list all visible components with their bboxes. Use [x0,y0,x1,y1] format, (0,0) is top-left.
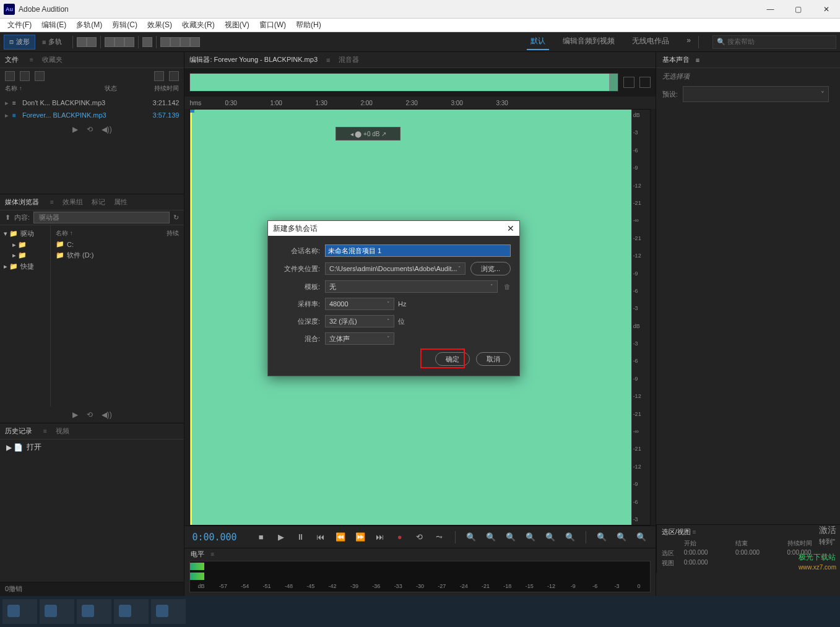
ok-button-highlight [420,348,465,368]
dialog-close-icon[interactable]: ✕ [507,223,514,233]
samplerate-select[interactable]: 48000˅ [325,298,394,310]
samplerate-label: 采样率: [277,300,320,309]
task-icon [119,605,131,617]
browse-button[interactable]: 浏览... [470,262,511,275]
bitdepth-select[interactable]: 32 (浮点)˅ [325,315,394,327]
template-select[interactable]: 无˅ [325,280,498,293]
folder-select[interactable]: C:\Users\admin\Documents\Adobe\Audit...˅ [325,262,465,275]
task-icon [156,605,168,617]
task-item[interactable] [151,599,186,624]
dialog-title: 新建多轨会话 [273,223,318,234]
dialog-body: 会话名称: 文件夹位置: C:\Users\admin\Documents\Ad… [268,236,519,376]
session-name-label: 会话名称: [277,246,320,256]
task-item[interactable] [40,599,74,624]
mix-select[interactable]: 立体声˅ [325,332,394,345]
new-multitrack-dialog: 新建多轨会话 ✕ 会话名称: 文件夹位置: C:\Users\admin\Doc… [267,220,520,376]
task-item[interactable] [114,599,149,624]
mix-label: 混合: [277,334,320,344]
windows-taskbar[interactable] [0,596,840,627]
delete-template-icon[interactable]: 🗑 [504,283,511,290]
modal-overlay: 新建多轨会话 ✕ 会话名称: 文件夹位置: C:\Users\admin\Doc… [0,0,840,627]
task-icon [7,605,20,617]
samplerate-unit: Hz [398,300,410,308]
session-name-input[interactable] [325,244,511,257]
bitdepth-label: 位深度: [277,317,320,326]
task-icon [82,605,94,617]
dialog-footer: 确定 取消 [277,352,511,366]
task-item[interactable] [2,599,37,624]
dialog-titlebar[interactable]: 新建多轨会话 ✕ [268,221,519,236]
bitdepth-unit: 位 [398,317,410,326]
folder-label: 文件夹位置: [277,264,320,274]
task-item[interactable] [77,599,111,624]
cancel-button[interactable]: 取消 [476,352,511,366]
template-label: 模板: [277,282,320,292]
task-icon [45,605,57,617]
